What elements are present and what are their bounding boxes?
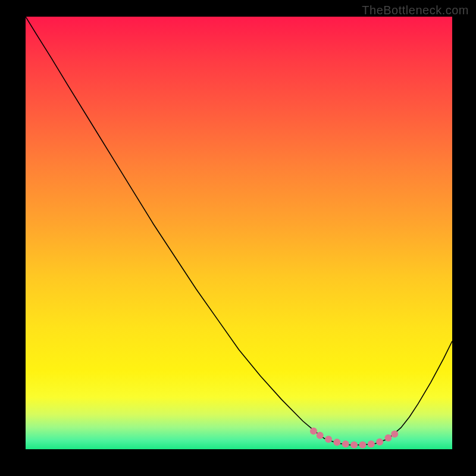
optimal-marker [342, 440, 349, 447]
optimal-marker [325, 436, 332, 443]
optimal-marker [376, 439, 383, 446]
optimal-marker [359, 441, 366, 449]
optimal-marker [350, 441, 358, 449]
optimal-marker [310, 427, 317, 434]
optimal-marker [317, 432, 324, 439]
optimal-marker [333, 439, 340, 446]
chart-svg [26, 17, 452, 449]
optimal-marker [368, 440, 375, 447]
optimal-marker [384, 434, 392, 441]
optimal-marker [391, 431, 398, 438]
watermark-text: TheBottleneck.com [362, 4, 469, 17]
plot-area [26, 17, 452, 449]
chart-container: TheBottleneck.com [0, 0, 476, 476]
gradient-background [26, 17, 452, 449]
